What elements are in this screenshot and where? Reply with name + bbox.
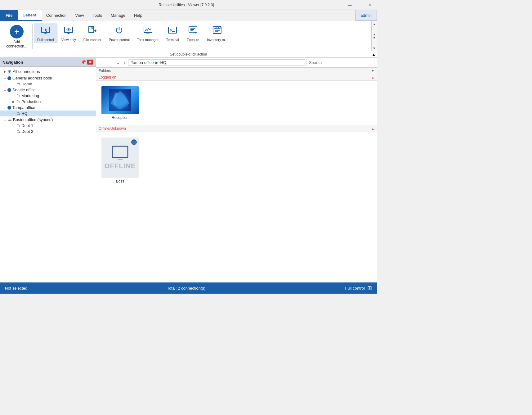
status-bar: Not selected Total: 2 connection(s) Full…	[0, 282, 377, 294]
folders-section-header[interactable]: Folders ▼	[96, 68, 377, 74]
address-bar: ← → ⌄ ↑ Tampa office ▶ HQ	[96, 58, 377, 68]
inventory-button[interactable]: Inventory m...	[203, 24, 231, 43]
breadcrumb-hq: HQ	[160, 60, 166, 65]
menu-general[interactable]: General	[18, 10, 42, 21]
nav-close-button[interactable]: ✕	[87, 60, 93, 65]
menu-tools[interactable]: Tools	[88, 10, 106, 21]
tree-expand-tampa[interactable]: ⌄	[2, 106, 7, 109]
reception-card[interactable]: Reception	[100, 84, 140, 122]
offline-cards: 🌐 OFFLINE Boss	[96, 132, 377, 189]
reception-thumbnail	[101, 86, 139, 114]
tree-expand-boston[interactable]: ⌄	[2, 118, 7, 121]
tree-item-home[interactable]: ▶ 🗀 Home	[0, 81, 96, 87]
full-control-label: Full control	[37, 38, 54, 42]
view-only-button[interactable]: View only	[58, 24, 79, 43]
boss-thumbnail: 🌐 OFFLINE	[101, 138, 139, 178]
tree-expand-seattle[interactable]: ⌄	[2, 88, 7, 92]
tree-item-tampa-office[interactable]: ⌄ Tampa office	[0, 105, 96, 111]
nav-header-icons: 📌 ✕	[81, 60, 93, 65]
toolbar-scroll: ▲ ▲▼ ▼	[371, 21, 377, 51]
globe-icon: 🌐	[131, 139, 137, 145]
menu-help[interactable]: Help	[130, 10, 147, 21]
tree-item-general-address-book[interactable]: ⌄ General address book	[0, 75, 96, 81]
folders-chevron: ▼	[371, 69, 374, 73]
search-input[interactable]	[306, 59, 374, 66]
maximize-button[interactable]: □	[355, 2, 364, 8]
tree-item-seattle-office[interactable]: ⌄ Seattle office	[0, 87, 96, 93]
toolbar-scroll-up[interactable]: ▲	[372, 21, 377, 27]
boss-label: Boss	[116, 179, 124, 183]
admin-button[interactable]: admin	[355, 10, 377, 21]
logged-on-cards: Reception	[96, 81, 377, 125]
forward-button[interactable]: →	[107, 60, 114, 66]
title-bar-controls: ― □ ✕	[345, 2, 374, 8]
toolbar-scroll-down[interactable]: ▼	[372, 45, 377, 51]
dropdown-button[interactable]: ⌄	[115, 60, 121, 66]
tree-expand-production[interactable]: ▶	[11, 100, 16, 103]
tree-item-boston-office[interactable]: ⌄ ☁ Boston office (synced)	[0, 116, 96, 123]
collapse-toolbar-button[interactable]: ▲	[372, 52, 376, 57]
nav-title: Navigation	[2, 60, 23, 65]
add-icon: +	[10, 25, 24, 38]
set-double-click-label: Set double-click action	[2, 52, 374, 56]
breadcrumb-sep: ▶	[155, 61, 158, 65]
offline-chevron: ▲	[371, 127, 374, 130]
back-button[interactable]: ←	[99, 60, 105, 66]
monitor-icon	[111, 145, 129, 161]
nav-pin-button[interactable]: 📌	[81, 60, 86, 65]
status-icon: ⊞	[367, 285, 372, 291]
logged-on-chevron: ▲	[371, 76, 374, 79]
toolbar: + Addconnection... Full control	[0, 21, 377, 51]
tree-item-all-connections[interactable]: ▶ ⊞ All connections	[0, 68, 96, 75]
title-bar: Remote Utilities - Viewer [7.0.2.0] ― □ …	[0, 0, 377, 10]
logged-on-label: Logged on	[99, 75, 116, 79]
tree-item-dept2[interactable]: ▶ 🗀 Dept 2	[0, 129, 96, 134]
execute-label: Execute	[187, 38, 199, 42]
tree-expand-all[interactable]: ▶	[2, 70, 7, 73]
task-manager-icon	[143, 25, 153, 37]
execute-icon	[188, 25, 198, 37]
up-button[interactable]: ↑	[122, 60, 127, 66]
minimize-button[interactable]: ―	[345, 2, 355, 8]
task-manager-button[interactable]: Task manager	[134, 24, 162, 43]
tree-item-hq[interactable]: ▶ 🗀 HQ	[0, 111, 96, 116]
content-area: ← → ⌄ ↑ Tampa office ▶ HQ Folders ▼ Logg…	[96, 58, 377, 282]
file-transfer-button[interactable]: File transfer	[80, 24, 105, 43]
status-left: Not selected	[5, 286, 27, 291]
execute-button[interactable]: Execute	[183, 24, 203, 43]
status-total: Total: 2 connection(s)	[167, 286, 206, 291]
svg-rect-20	[213, 27, 221, 34]
gab-status-dot	[7, 76, 11, 80]
navigation-panel: Navigation 📌 ✕ ▶ ⊞ All connections ⌄ Gen…	[0, 58, 96, 282]
task-manager-label: Task manager	[137, 38, 159, 42]
menu-manage[interactable]: Manage	[106, 10, 130, 21]
close-button[interactable]: ✕	[365, 2, 374, 8]
tree-item-marketing[interactable]: ▶ 🗀 Marketing	[0, 93, 96, 99]
svg-rect-27	[112, 146, 128, 157]
tree-item-production[interactable]: ▶ 🗀 Production	[0, 99, 96, 105]
tree-expand-gab[interactable]: ⌄	[2, 76, 7, 80]
breadcrumb[interactable]: Tampa office ▶ HQ	[128, 59, 305, 66]
menu-file[interactable]: File	[0, 10, 18, 21]
terminal-button[interactable]: Terminal	[163, 24, 182, 43]
full-control-button[interactable]: Full control	[34, 24, 57, 43]
breadcrumb-tampa: Tampa office	[131, 60, 154, 65]
tree-item-dept1[interactable]: ▶ 🗀 Dept 1	[0, 123, 96, 129]
logged-on-section-header[interactable]: Logged on ▲	[96, 74, 377, 81]
status-center: Total: 2 connection(s)	[167, 286, 206, 291]
toolbar-scroll-mid[interactable]: ▲▼	[372, 33, 377, 39]
full-control-icon	[41, 25, 51, 37]
menu-connection[interactable]: Connection	[42, 10, 71, 21]
boss-card[interactable]: 🌐 OFFLINE Boss	[100, 136, 140, 185]
power-control-button[interactable]: Power control	[105, 24, 133, 43]
offline-section-header[interactable]: Offline/Unknown ▲	[96, 125, 377, 132]
inventory-label: Inventory m...	[207, 38, 228, 42]
power-control-label: Power control	[109, 38, 130, 42]
svg-point-8	[68, 29, 69, 30]
main-content: Navigation 📌 ✕ ▶ ⊞ All connections ⌄ Gen…	[0, 58, 377, 282]
toolbar-tools: Full control View only	[34, 22, 231, 44]
menu-view[interactable]: View	[71, 10, 88, 21]
status-mode: Full control	[345, 286, 365, 291]
add-connection-button[interactable]: + Addconnection...	[2, 22, 31, 51]
inventory-icon	[212, 25, 222, 37]
